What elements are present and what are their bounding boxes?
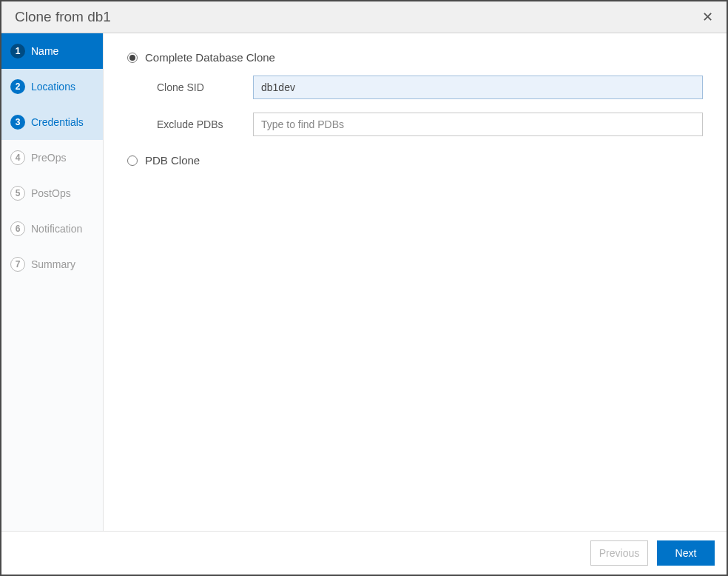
step-number: 6 bbox=[10, 221, 25, 236]
wizard-content: Complete Database Clone Clone SID Exclud… bbox=[104, 33, 727, 531]
complete-clone-section: Clone SID Exclude PDBs bbox=[127, 76, 703, 136]
step-number: 2 bbox=[10, 79, 25, 94]
clone-sid-row: Clone SID bbox=[157, 76, 703, 99]
step-label: Name bbox=[31, 45, 58, 57]
wizard-sidebar: 1 Name 2 Locations 3 Credentials 4 PreOp… bbox=[1, 33, 104, 531]
wizard-step-summary[interactable]: 7 Summary bbox=[1, 247, 103, 282]
step-number: 5 bbox=[10, 186, 25, 201]
dialog-body: 1 Name 2 Locations 3 Credentials 4 PreOp… bbox=[1, 33, 727, 531]
wizard-step-postops[interactable]: 5 PostOps bbox=[1, 175, 103, 211]
step-label: PostOps bbox=[31, 187, 71, 199]
complete-clone-radio[interactable] bbox=[127, 53, 138, 63]
step-number: 4 bbox=[10, 150, 25, 165]
wizard-step-name[interactable]: 1 Name bbox=[1, 33, 103, 69]
wizard-step-notification[interactable]: 6 Notification bbox=[1, 211, 103, 247]
exclude-pdbs-input[interactable] bbox=[253, 113, 703, 136]
clone-sid-label: Clone SID bbox=[157, 81, 253, 93]
step-label: PreOps bbox=[31, 152, 66, 164]
clone-type-complete-row: Complete Database Clone bbox=[127, 51, 703, 64]
dialog-title: Clone from db1 bbox=[15, 9, 111, 25]
step-label: Locations bbox=[31, 81, 75, 93]
wizard-step-preops[interactable]: 4 PreOps bbox=[1, 140, 103, 175]
step-number: 1 bbox=[10, 44, 25, 58]
dialog-footer: Previous Next bbox=[1, 531, 727, 575]
dialog-titlebar: Clone from db1 ✕ bbox=[1, 1, 727, 33]
complete-clone-label: Complete Database Clone bbox=[145, 51, 275, 64]
step-label: Credentials bbox=[31, 116, 84, 128]
next-button[interactable]: Next bbox=[657, 540, 715, 566]
clone-sid-input[interactable] bbox=[253, 76, 703, 99]
step-label: Notification bbox=[31, 223, 82, 235]
close-icon[interactable]: ✕ bbox=[699, 9, 716, 25]
step-number: 3 bbox=[10, 115, 25, 130]
exclude-pdbs-label: Exclude PDBs bbox=[157, 118, 253, 130]
clone-type-pdb-row: PDB Clone bbox=[127, 154, 703, 167]
wizard-step-locations[interactable]: 2 Locations bbox=[1, 69, 103, 104]
step-label: Summary bbox=[31, 258, 75, 270]
previous-button[interactable]: Previous bbox=[590, 540, 648, 566]
clone-dialog: Clone from db1 ✕ 1 Name 2 Locations 3 Cr… bbox=[0, 0, 728, 576]
pdb-clone-label: PDB Clone bbox=[145, 154, 200, 167]
wizard-step-credentials[interactable]: 3 Credentials bbox=[1, 104, 103, 140]
exclude-pdbs-row: Exclude PDBs bbox=[157, 113, 703, 136]
pdb-clone-radio[interactable] bbox=[127, 155, 138, 166]
step-number: 7 bbox=[10, 257, 25, 272]
